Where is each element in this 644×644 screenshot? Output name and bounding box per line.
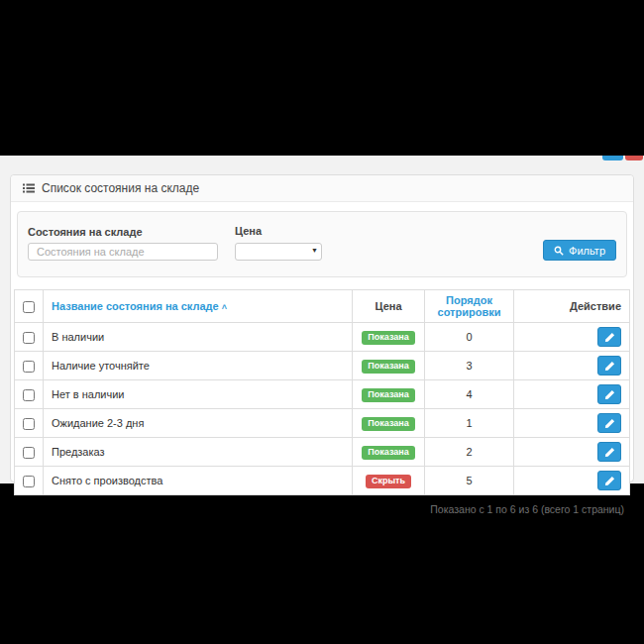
- pencil-icon: [604, 476, 615, 486]
- row-checkbox[interactable]: [23, 418, 35, 430]
- pencil-icon: [604, 332, 615, 343]
- panel-heading: Список состояния на складе: [11, 175, 633, 202]
- pagination-results-text: Показано с 1 по 6 из 6 (всего 1 страниц): [14, 495, 630, 515]
- sort-order-value: 0: [425, 323, 514, 352]
- action-column-header: Действие: [514, 290, 630, 323]
- edit-button[interactable]: [597, 471, 621, 490]
- table-header-row: Название состояния на складе ˄ Цена Поря…: [15, 290, 630, 323]
- sort-by-name-link[interactable]: Название состояния на складе ˄: [52, 300, 227, 312]
- price-status-badge: Показана: [362, 417, 414, 431]
- edit-button[interactable]: [597, 327, 621, 347]
- pencil-icon: [604, 389, 615, 400]
- status-filter-input[interactable]: [28, 243, 218, 261]
- sort-by-order-link[interactable]: Порядок сотрировки: [438, 294, 501, 318]
- status-filter-group: Состояния на складе: [28, 226, 218, 261]
- edit-button[interactable]: [597, 384, 621, 404]
- stock-status-panel: Список состояния на складе Состояния на …: [10, 174, 634, 483]
- price-status-badge: Показана: [362, 360, 414, 374]
- edit-button[interactable]: [597, 442, 621, 462]
- add-button[interactable]: [602, 156, 623, 161]
- filter-button-label: Фильтр: [569, 245, 605, 257]
- edit-button[interactable]: [597, 356, 621, 376]
- price-filter-group: Цена ▼: [235, 225, 322, 261]
- pencil-icon: [604, 361, 615, 372]
- sort-order-value: 5: [425, 467, 514, 495]
- price-status-badge: Скрыть: [366, 475, 411, 488]
- status-name: Нет в наличии: [44, 380, 353, 409]
- delete-button[interactable]: [625, 156, 643, 161]
- pencil-icon: [604, 418, 615, 429]
- row-checkbox[interactable]: [23, 361, 35, 373]
- price-status-badge: Показана: [362, 388, 414, 402]
- panel-body: Состояния на складе Цена ▼: [11, 202, 633, 518]
- row-checkbox[interactable]: [23, 389, 35, 401]
- filter-button[interactable]: Фильтр: [543, 240, 616, 261]
- stock-status-table: Название состояния на складе ˄ Цена Поря…: [14, 289, 630, 495]
- table-row: Наличие уточняйте Показана 3: [15, 352, 630, 380]
- sort-order-value: 4: [425, 380, 514, 409]
- price-filter-select[interactable]: [235, 243, 322, 261]
- price-status-badge: Показана: [362, 446, 414, 460]
- sort-asc-icon: ˄: [222, 302, 227, 312]
- list-icon: [23, 182, 35, 194]
- select-all-checkbox[interactable]: [23, 301, 35, 313]
- row-checkbox[interactable]: [23, 447, 35, 459]
- price-filter-label: Цена: [235, 225, 322, 237]
- status-filter-label: Состояния на складе: [28, 226, 218, 238]
- table-row: Снято с производства Скрыть 5: [15, 467, 630, 495]
- filter-well: Состояния на складе Цена ▼: [17, 211, 627, 277]
- sort-order-value: 3: [425, 352, 514, 380]
- table-row: Предзаказ Показана 2: [15, 438, 630, 467]
- status-name: Снято с производства: [44, 467, 353, 495]
- pencil-icon: [604, 447, 615, 458]
- table-row: Нет в наличии Показана 4: [15, 380, 630, 409]
- panel-title: Список состояния на складе: [42, 181, 199, 195]
- admin-content-area: Список состояния на складе Состояния на …: [0, 156, 644, 483]
- status-name: В наличии: [44, 323, 353, 352]
- sort-order-value: 2: [425, 438, 514, 467]
- table-row: Ожидание 2-3 дня Показана 1: [15, 409, 630, 438]
- row-checkbox[interactable]: [23, 332, 35, 344]
- status-name: Ожидание 2-3 дня: [44, 409, 353, 438]
- table-row: В наличии Показана 0: [15, 323, 630, 352]
- edit-button[interactable]: [597, 413, 621, 433]
- status-name: Предзаказ: [44, 438, 353, 467]
- search-icon: [554, 246, 564, 256]
- price-column-header: Цена: [353, 290, 425, 323]
- sort-order-value: 1: [425, 409, 514, 438]
- row-checkbox[interactable]: [23, 476, 35, 487]
- price-status-badge: Показана: [362, 331, 414, 345]
- status-name: Наличие уточняйте: [44, 352, 353, 380]
